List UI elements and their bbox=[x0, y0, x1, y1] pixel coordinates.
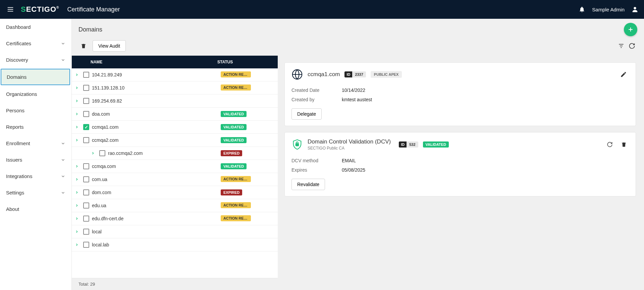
filter-button[interactable] bbox=[616, 41, 627, 51]
sidebar-item-persons[interactable]: Persons bbox=[0, 102, 71, 119]
hamburger-menu-button[interactable] bbox=[5, 4, 15, 14]
sidebar-item-enrollment[interactable]: Enrollment bbox=[0, 135, 71, 152]
sidebar-item-certificates[interactable]: Certificates bbox=[0, 35, 71, 52]
dcv-refresh-button[interactable] bbox=[605, 139, 615, 150]
sidebar-item-settings[interactable]: Settings bbox=[0, 184, 71, 201]
delegate-button[interactable]: Delegate bbox=[291, 108, 322, 120]
sidebar-item-dashboard[interactable]: Dashboard bbox=[0, 19, 71, 35]
status-badge: VALIDATED bbox=[221, 163, 247, 169]
expand-icon[interactable] bbox=[72, 99, 82, 103]
table-footer-total: Total: 29 bbox=[72, 278, 278, 290]
row-checkbox[interactable] bbox=[99, 150, 105, 156]
sidebar-item-label: Organizations bbox=[6, 91, 37, 97]
sidebar-item-discovery[interactable]: Discovery bbox=[0, 52, 71, 68]
table-header: NAME STATUS bbox=[72, 56, 278, 68]
refresh-button[interactable] bbox=[627, 41, 637, 51]
page-title: Domains bbox=[78, 26, 102, 33]
sidebar-item-issuers[interactable]: Issuers bbox=[0, 152, 71, 168]
expand-icon[interactable] bbox=[72, 73, 82, 77]
expand-icon[interactable] bbox=[72, 190, 82, 194]
status-badge: EXPIRED bbox=[221, 150, 242, 156]
row-checkbox[interactable] bbox=[83, 189, 89, 195]
table-row[interactable]: com.uaACTION REQUI... bbox=[72, 173, 278, 186]
created-by-value: kmtest austest bbox=[342, 97, 372, 102]
sidebar-item-organizations[interactable]: Organizations bbox=[0, 86, 71, 102]
table-row[interactable]: local bbox=[72, 225, 278, 238]
table-row[interactable]: ccmqa2.comVALIDATED bbox=[72, 134, 278, 147]
sidebar-item-label: Enrollment bbox=[6, 140, 30, 146]
status-badge: EXPIRED bbox=[221, 189, 242, 195]
row-checkbox[interactable] bbox=[83, 124, 89, 130]
table-row[interactable]: edu.uaACTION REQUI... bbox=[72, 199, 278, 212]
row-checkbox[interactable] bbox=[83, 202, 89, 209]
row-name: ccmqa1.com bbox=[91, 124, 221, 130]
row-checkbox[interactable] bbox=[83, 85, 89, 91]
notifications-button[interactable] bbox=[579, 6, 585, 13]
domains-table: NAME STATUS 104.21.89.249ACTION REQUI...… bbox=[72, 56, 278, 290]
user-name-label: Sample Admin bbox=[592, 7, 625, 12]
sidebar-item-about[interactable]: About bbox=[0, 201, 71, 217]
domain-detail-card: ccmqa1.com ID 2337 PUBLIC APEX Created D… bbox=[284, 62, 636, 126]
expand-icon[interactable] bbox=[72, 125, 82, 129]
sidebar-item-integrations[interactable]: Integrations bbox=[0, 168, 71, 184]
sidebar: DashboardCertificatesDiscoveryDomainsOrg… bbox=[0, 19, 72, 290]
sidebar-item-label: Dashboard bbox=[6, 24, 31, 30]
dcv-title: Domain Control Validation (DCV) bbox=[308, 138, 391, 145]
row-checkbox[interactable] bbox=[83, 163, 89, 169]
sidebar-item-reports[interactable]: Reports bbox=[0, 119, 71, 135]
row-name: local bbox=[91, 229, 221, 234]
status-badge: ACTION REQUI... bbox=[221, 215, 251, 221]
row-checkbox[interactable] bbox=[83, 216, 89, 222]
add-button[interactable] bbox=[624, 23, 637, 36]
table-row[interactable]: ccmqa.comVALIDATED bbox=[72, 160, 278, 173]
delete-button[interactable] bbox=[78, 41, 89, 51]
column-header-name[interactable]: NAME bbox=[72, 60, 217, 64]
revalidate-button[interactable]: Revalidate bbox=[291, 179, 325, 190]
table-row[interactable]: local.lab bbox=[72, 238, 278, 251]
expand-icon[interactable] bbox=[72, 112, 82, 116]
sidebar-item-domains[interactable]: Domains bbox=[1, 69, 70, 85]
expand-icon[interactable] bbox=[72, 217, 82, 221]
main-content: Domains View Audit NAME bbox=[72, 19, 644, 290]
expand-icon[interactable] bbox=[72, 177, 82, 181]
edit-button[interactable] bbox=[618, 69, 629, 80]
dcv-delete-button[interactable] bbox=[619, 139, 629, 150]
table-row[interactable]: ccmqa1.comVALIDATED bbox=[72, 121, 278, 134]
expand-icon[interactable] bbox=[72, 230, 82, 234]
view-audit-button[interactable]: View Audit bbox=[93, 40, 126, 52]
row-status: VALIDATED bbox=[221, 137, 278, 143]
expand-icon[interactable] bbox=[72, 164, 82, 168]
expand-icon[interactable] bbox=[88, 151, 98, 155]
row-checkbox[interactable] bbox=[83, 137, 89, 143]
row-checkbox[interactable] bbox=[83, 72, 89, 78]
row-checkbox[interactable] bbox=[83, 98, 89, 104]
table-row[interactable]: edu.dfn-cert.deACTION REQUI... bbox=[72, 212, 278, 225]
dcv-card: Domain Control Validation (DCV) SECTIGO … bbox=[284, 132, 636, 196]
table-row[interactable]: doa.comVALIDATED bbox=[72, 108, 278, 121]
row-status: EXPIRED bbox=[221, 189, 278, 195]
expand-icon[interactable] bbox=[72, 243, 82, 247]
row-status: ACTION REQUI... bbox=[221, 176, 278, 183]
column-header-status[interactable]: STATUS bbox=[217, 60, 278, 64]
row-checkbox[interactable] bbox=[83, 176, 89, 182]
row-checkbox[interactable] bbox=[83, 229, 89, 235]
status-badge: ACTION REQUI... bbox=[221, 202, 251, 208]
expand-icon[interactable] bbox=[72, 138, 82, 142]
expand-icon[interactable] bbox=[72, 204, 82, 208]
sidebar-item-label: Reports bbox=[6, 124, 24, 130]
expand-icon[interactable] bbox=[72, 86, 82, 90]
detail-domain-name: ccmqa1.com bbox=[308, 71, 340, 78]
svg-point-3 bbox=[634, 7, 636, 9]
table-row[interactable]: 169.254.69.82 bbox=[72, 95, 278, 108]
user-menu-button[interactable] bbox=[631, 6, 639, 13]
sidebar-item-label: Settings bbox=[6, 190, 24, 195]
table-row[interactable]: 151.139.128.10ACTION REQUI... bbox=[72, 81, 278, 95]
chevron-down-icon bbox=[61, 141, 65, 146]
row-checkbox[interactable] bbox=[83, 242, 89, 248]
sidebar-item-label: About bbox=[6, 206, 19, 212]
row-name: ccmqa.com bbox=[91, 164, 221, 169]
table-row[interactable]: dom.comEXPIRED bbox=[72, 186, 278, 199]
table-row[interactable]: 104.21.89.249ACTION REQUI... bbox=[72, 68, 278, 81]
row-checkbox[interactable] bbox=[83, 111, 89, 117]
table-row[interactable]: rao.ccmqa2.comEXPIRED bbox=[72, 147, 278, 160]
